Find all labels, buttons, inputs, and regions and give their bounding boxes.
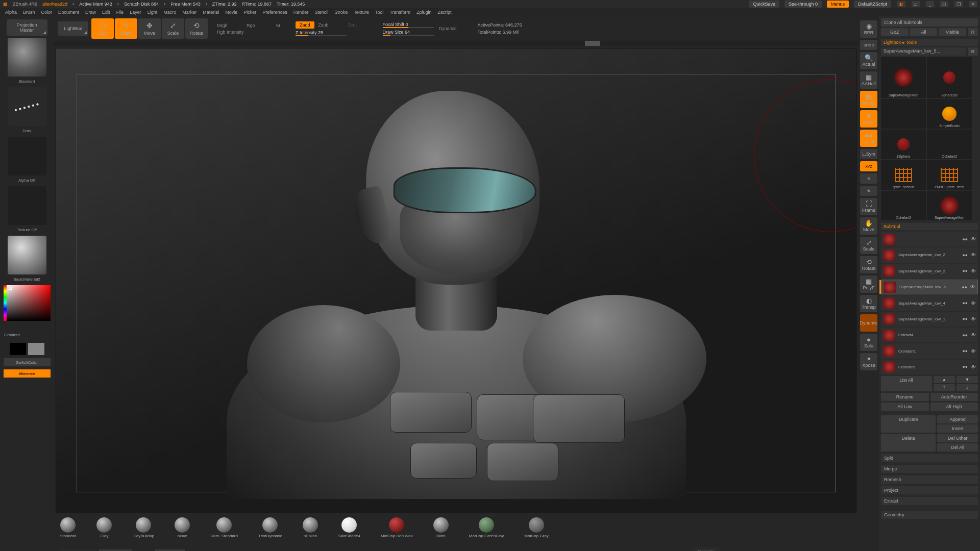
gradient-label[interactable]: Gradient (4, 333, 20, 337)
timeline-bar[interactable] (54, 41, 859, 46)
brush-skinshade4[interactable]: SkinShade4 (338, 517, 360, 538)
menu-stencil[interactable]: Stencil (314, 10, 328, 15)
tool-ZSphere[interactable]: ZSphere (881, 130, 926, 159)
del-other-button[interactable]: Del Other (937, 434, 978, 442)
texture-thumbnail[interactable] (8, 186, 46, 225)
brush-blinn[interactable]: Blinn (433, 517, 449, 538)
subtool-item[interactable]: SuperAverageMan_low_5●●👁 (881, 280, 978, 294)
rgb-intensity-slider[interactable]: Rgb Intensity (217, 30, 286, 35)
stroke-thumbnail[interactable] (8, 87, 46, 126)
brush-dam_standard[interactable]: Dam_Standard (210, 517, 238, 538)
delete-button[interactable]: Delete (881, 434, 936, 452)
menu-movie[interactable]: Movie (225, 10, 237, 15)
floor-button[interactable]: ▼Floor (860, 110, 877, 128)
brush-matcap-greenclay[interactable]: MatCap GreenClay (469, 517, 504, 538)
dynamic-toggle[interactable]: Dynamic (439, 26, 464, 31)
zadd-button[interactable]: Zadd (296, 21, 314, 29)
m-button[interactable]: M (276, 23, 286, 28)
brush-hpolish[interactable]: hPolish (303, 517, 318, 538)
xyz-button[interactable]: XYZ (860, 161, 877, 171)
menu-picker[interactable]: Picker (243, 10, 256, 15)
brush-clay[interactable]: Clay (96, 517, 112, 538)
goz-visible-button[interactable]: Visible (939, 28, 966, 36)
brush-claybuildup[interactable]: ClayBuildup (132, 517, 154, 538)
extract-panel[interactable]: Extract (881, 497, 978, 505)
insert-button[interactable]: Insert (937, 424, 978, 433)
move-bottom-icon[interactable]: ⤓ (957, 384, 978, 391)
z-intensity-slider[interactable]: Z Intensity 25 (296, 30, 374, 35)
autoreorder-button[interactable]: AutoReorder (930, 393, 978, 401)
remesh-panel[interactable]: Remesh (881, 475, 978, 484)
lightbox-tools-header[interactable]: Lightbox ▸ Tools (881, 39, 978, 46)
rename-button[interactable]: Rename (881, 393, 929, 401)
del-all-button[interactable]: Del All (937, 443, 978, 452)
tool-grate_section[interactable]: grate_section (881, 160, 926, 190)
move-up-icon[interactable]: ▲ (934, 376, 955, 383)
dynamic-solo-button[interactable]: Dynamic (860, 314, 877, 332)
merge-panel[interactable]: Merge (881, 465, 978, 473)
tool-Ochelari2[interactable]: Ochelari2 (881, 191, 926, 220)
move-down-icon[interactable]: ▼ (957, 376, 978, 383)
menu-light[interactable]: Light (148, 10, 158, 15)
tool-SuperAverageMan[interactable]: SuperAverageMan (881, 57, 926, 98)
rotate-button[interactable]: ⟲Rotate (860, 256, 877, 273)
subtool-item[interactable]: Ochelari1●●👁 (881, 360, 978, 374)
goz-r-button[interactable]: R (968, 28, 978, 36)
menu-material[interactable]: Material (203, 10, 219, 15)
edit-mode-button[interactable]: ▢Edit (91, 18, 114, 39)
zcut-button[interactable]: Zcut (348, 22, 374, 28)
projection-master-button[interactable]: Projection Master (7, 19, 47, 36)
frame-button[interactable]: ⛶Frame (860, 198, 877, 215)
rgb-button[interactable]: Rgb (247, 23, 272, 28)
menu-marker[interactable]: Marker (182, 10, 197, 15)
lightbox-button[interactable]: LightBox (58, 21, 88, 36)
solo-button[interactable]: ●Solo (860, 334, 877, 351)
collapse-icon[interactable]: ▭ (912, 1, 920, 7)
menu-tool[interactable]: Tool (375, 10, 384, 15)
menu-document[interactable]: Document (58, 10, 79, 15)
menu-texture[interactable]: Texture (354, 10, 369, 15)
menu-color[interactable]: Color (41, 10, 53, 15)
menu-render[interactable]: Render (293, 10, 309, 15)
move-top-icon[interactable]: ⤒ (934, 384, 955, 391)
brush-matcap-red-wax[interactable]: MatCap Red Wax (381, 517, 413, 538)
brush-standard[interactable]: Standard (60, 517, 76, 538)
tool-Sphere3D[interactable]: Sphere3D (927, 57, 972, 98)
zoom-out-icon[interactable]: ⊖ (860, 173, 877, 184)
mrgb-button[interactable]: Mrgb (217, 23, 242, 28)
draw-size-slider[interactable]: Draw Size 64 (383, 30, 434, 35)
duplicate-button[interactable]: Duplicate (881, 415, 936, 433)
subtool-item[interactable]: Ochelari1●●👁 (881, 343, 978, 358)
switch-color-button[interactable]: SwitchColor (4, 358, 51, 366)
draw-mode-button[interactable]: ✎Draw (115, 18, 137, 39)
menu-edit[interactable]: Edit (102, 10, 110, 15)
viewport-canvas[interactable] (56, 48, 856, 513)
menu-zscript[interactable]: Zscript (438, 10, 452, 15)
spix-slider[interactable]: SPix 3 (860, 40, 877, 50)
tool-PM3D_grate_secti[interactable]: PM3D_grate_secti (927, 160, 972, 190)
quicksave-button[interactable]: QuickSave (749, 1, 779, 8)
menu-zplugin[interactable]: Zplugin (416, 10, 432, 15)
minimize-icon[interactable]: _ (926, 1, 934, 7)
move-button[interactable]: ✋Move (860, 217, 877, 235)
append-button[interactable]: Append (937, 415, 978, 423)
scale-mode-button[interactable]: ⤢Scale (162, 18, 184, 39)
subtool-item[interactable]: Extract4●●👁 (881, 328, 978, 342)
menu-alpha[interactable]: Alpha (5, 10, 17, 15)
split-panel[interactable]: Split (881, 454, 978, 462)
clone-subtools-button[interactable]: Clone All SubTools (881, 18, 978, 27)
goz-all-button[interactable]: All (910, 28, 938, 36)
maximize-icon[interactable]: ▢ (940, 1, 948, 7)
alternate-button[interactable]: Alternate (4, 369, 51, 378)
dock-left-icon[interactable]: ◧ (897, 1, 905, 7)
close-icon[interactable]: ✕ (969, 1, 977, 7)
menu-file[interactable]: File (116, 10, 124, 15)
all-low-button[interactable]: All Low (881, 403, 929, 411)
menu-macro[interactable]: Macro (163, 10, 176, 15)
brush-matcap-gray[interactable]: MatCap Gray (524, 517, 549, 538)
bpr-button[interactable]: ◉BPR (860, 20, 877, 38)
brush-thumbnail[interactable] (8, 38, 46, 77)
polyf-button[interactable]: ▦PolyF (860, 276, 877, 293)
subtool-header[interactable]: SubTool (881, 223, 978, 230)
subtool-item[interactable]: SuperAverageMan_low_4●●👁 (881, 295, 978, 310)
